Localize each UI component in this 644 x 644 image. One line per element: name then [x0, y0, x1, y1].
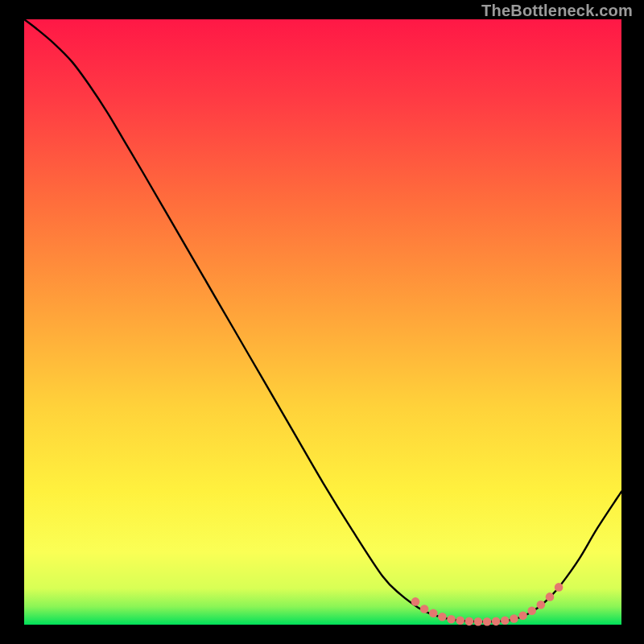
highlight-dot [527, 606, 536, 615]
highlight-dot [537, 601, 546, 609]
highlight-dot [429, 609, 438, 617]
highlight-dot [501, 616, 510, 625]
highlight-dot [438, 613, 447, 621]
highlight-dot [483, 617, 492, 626]
highlight-dot [411, 597, 420, 606]
highlight-dot [420, 605, 429, 613]
highlight-dot [474, 617, 483, 626]
plot-background [24, 19, 621, 625]
watermark-text: TheBottleneck.com [481, 2, 633, 20]
chart-stage: TheBottleneck.com [0, 0, 644, 644]
highlight-dot [447, 615, 456, 624]
highlight-dot [546, 592, 555, 601]
highlight-dot [456, 616, 464, 625]
highlight-dot [492, 617, 501, 626]
highlight-dot [464, 617, 473, 626]
highlight-dot [555, 583, 564, 592]
bottleneck-chart [0, 0, 644, 644]
highlight-dot [518, 611, 527, 620]
highlight-dot [510, 614, 518, 623]
